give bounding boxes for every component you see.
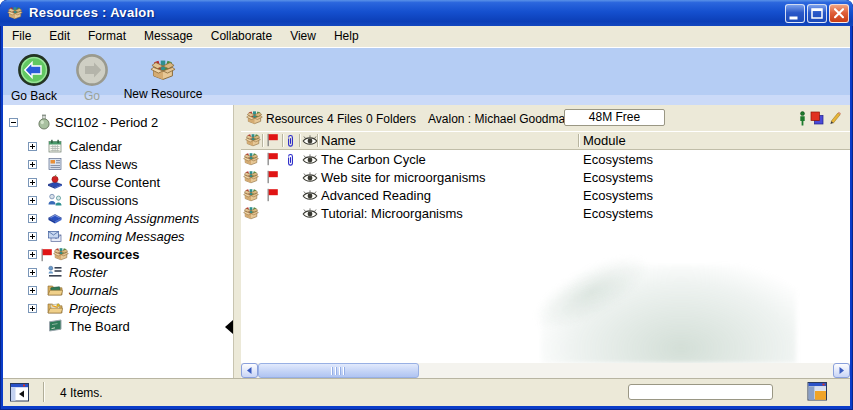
resource-name[interactable]: Tutorial: Microorganisms [321,206,463,221]
module-column-header[interactable]: Module [583,133,626,148]
resource-column-icon[interactable] [245,132,261,148]
resource-name[interactable]: Web site for microorganisms [321,170,485,185]
expand-icon[interactable] [28,160,37,169]
flag-column-icon[interactable] [266,133,279,147]
tree-item-label[interactable]: Discussions [69,193,138,208]
tree-item-projects[interactable]: Projects [3,300,233,318]
resource-row-tutorial[interactable]: Tutorial: Microorganisms Ecosystems [241,205,850,223]
calendar-icon [47,138,63,154]
edit-pencil-icon[interactable] [828,111,842,125]
resource-module[interactable]: Ecosystems [583,170,653,185]
user-icon[interactable] [798,111,807,126]
copy-icon[interactable] [810,111,824,125]
free-space-meter: 48M Free [564,109,665,126]
thumb-grip-icon [331,367,347,375]
column-separator [282,134,283,147]
new-resource-label: New Resource [124,87,203,101]
tree-item-the-board[interactable]: The Board [3,318,233,336]
collapse-pane-arrow-icon[interactable] [225,320,233,334]
tree-root-sci102[interactable]: SCI102 - Period 2 [3,114,233,132]
tree-root-label[interactable]: SCI102 - Period 2 [55,115,158,130]
horizontal-scrollbar[interactable] [241,363,850,378]
left-arrow-icon [242,364,257,377]
column-separator [262,134,263,147]
resource-name[interactable]: Advanced Reading [321,188,431,203]
resource-module[interactable]: Ecosystems [583,152,653,167]
toggle-tree-panel-icon[interactable] [10,383,30,402]
tree-item-label[interactable]: Roster [69,265,107,280]
tree-item-class-news[interactable]: Class News [3,156,233,174]
expand-icon[interactable] [28,286,37,295]
menu-item-help[interactable]: Help [325,26,368,48]
tree-item-label[interactable]: Calendar [69,139,122,154]
tree-item-discussions[interactable]: Discussions [3,192,233,210]
tree-item-label[interactable]: Projects [69,301,116,316]
expand-icon[interactable] [28,196,37,205]
tree-item-roster[interactable]: Roster [3,264,233,282]
resource-row-web-site[interactable]: Web site for microorganisms Ecosystems [241,169,850,187]
expand-icon[interactable] [28,232,37,241]
flag-icon [266,170,279,184]
menu-item-message[interactable]: Message [135,26,202,48]
expand-icon[interactable] [28,142,37,151]
tree-item-journals[interactable]: Journals [3,282,233,300]
tree-item-label[interactable]: Class News [69,157,138,172]
pane-splitter[interactable] [233,105,241,378]
maximize-button[interactable] [807,4,827,23]
tree-item-label[interactable]: Journals [69,283,118,298]
layout-panel-icon[interactable] [807,382,828,401]
visibility-column-icon[interactable] [302,135,318,146]
tree-item-incoming-assignments[interactable]: Incoming Assignments [3,210,233,228]
resource-box-icon [243,187,259,203]
window-title: Resources : Avalon [29,5,155,20]
tree-item-incoming-messages[interactable]: Incoming Messages [3,228,233,246]
minimize-button[interactable] [785,4,805,23]
scroll-right-button[interactable] [833,363,850,378]
resource-row-advanced-reading[interactable]: Advanced Reading Ecosystems [241,187,850,205]
column-separator [317,134,318,147]
tree-item-label[interactable]: Incoming Assignments [69,211,199,226]
account-label: Avalon : Michael Goodman [428,112,572,126]
scrollbar-thumb[interactable] [258,363,419,378]
attachment-column-icon[interactable] [286,134,295,148]
expand-icon[interactable] [28,268,37,277]
menu-item-file[interactable]: File [3,26,40,48]
attachment-icon [286,153,295,167]
course-content-icon [47,174,63,190]
board-icon [47,318,63,334]
scroll-left-button[interactable] [241,363,258,378]
resource-row-carbon-cycle[interactable]: The Carbon Cycle Ecosystems [241,151,850,169]
new-resource-box-icon [148,57,178,83]
tree-item-label[interactable]: Resources [73,247,139,262]
tree-item-label[interactable]: The Board [69,319,130,334]
menu-item-edit[interactable]: Edit [40,26,79,48]
tree-item-course-content[interactable]: Course Content [3,174,233,192]
resource-module[interactable]: Ecosystems [583,206,653,221]
expand-icon[interactable] [28,304,37,313]
tree-item-label[interactable]: Course Content [69,175,160,190]
menu-item-format[interactable]: Format [79,26,135,48]
tree-item-resources[interactable]: Resources [3,246,233,264]
collapse-icon[interactable] [9,118,18,127]
menu-item-collaborate[interactable]: Collaborate [202,26,281,48]
tree-item-label[interactable]: Incoming Messages [69,229,185,244]
panel-title: Resources [266,112,323,126]
expand-icon[interactable] [28,178,37,187]
close-button[interactable] [829,4,849,23]
column-separator [299,134,300,147]
go-back-button[interactable]: Go Back [7,53,61,103]
resource-box-icon [243,205,259,221]
toolbar: Go Back Go Forward New Resource [3,48,850,105]
tree-item-calendar[interactable]: Calendar [3,138,233,156]
resource-name[interactable]: The Carbon Cycle [321,152,426,167]
expand-icon[interactable] [28,250,37,259]
menu-item-view[interactable]: View [281,26,325,48]
new-resource-button[interactable]: New Resource [121,53,205,101]
expand-icon[interactable] [28,214,37,223]
resources-panel: Resources 4 Files 0 Folders Avalon : Mic… [241,105,850,378]
resource-module[interactable]: Ecosystems [583,188,653,203]
name-column-header[interactable]: Name [321,133,356,148]
titlebar[interactable]: Resources : Avalon [0,0,853,26]
right-arrow-icon [834,364,849,377]
news-icon [47,156,63,172]
